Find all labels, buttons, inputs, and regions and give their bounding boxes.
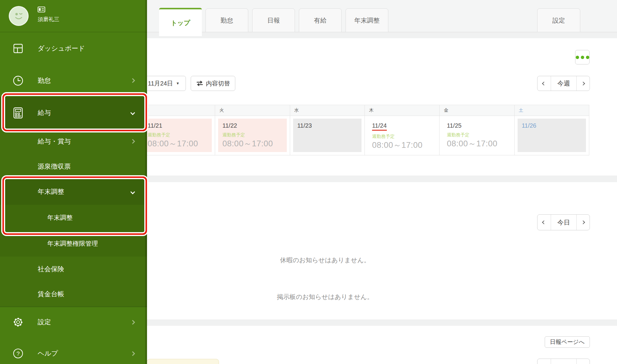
- sidebar-item-shakai-hoken[interactable]: 社会保険: [0, 257, 147, 282]
- sidebar-item-label: 勤怠: [38, 76, 51, 85]
- chevron-down-icon: [130, 110, 135, 115]
- sidebar-item-dashboard[interactable]: ダッシュボード: [0, 32, 147, 64]
- tab-yukyu[interactable]: 有給: [299, 8, 342, 32]
- sidebar: 須磨礼三 ダッシュボード 勤怠: [0, 0, 147, 364]
- sidebar-item-nenmatsu-parent[interactable]: 年末調整: [0, 179, 147, 205]
- dow-header: 水: [290, 105, 365, 116]
- week-nav: 今週: [537, 76, 590, 91]
- smiley-face-icon: [12, 9, 25, 23]
- sidebar-item-label: 年末調整: [47, 213, 73, 222]
- day-nav: 今日: [537, 214, 590, 230]
- chevron-down-icon: [130, 189, 135, 194]
- date-label: 11/23: [297, 122, 312, 129]
- tab-kintai[interactable]: 勤怠: [205, 8, 248, 32]
- sidebar-item-gensen[interactable]: 源泉徴収票: [0, 154, 147, 179]
- sidebar-item-kyuyo[interactable]: 給与: [0, 97, 147, 129]
- prev-button[interactable]: [537, 359, 551, 364]
- content-switch-button[interactable]: 内容切替: [191, 76, 235, 91]
- date-label: 11/22: [222, 122, 237, 129]
- shift-time: 08:00～17:00: [148, 138, 208, 149]
- tab-nenmatsu[interactable]: 年末調整: [346, 8, 388, 32]
- day-cell-today[interactable]: 11/24 週勤務予定 08:00～17:00: [365, 116, 440, 155]
- today-block: 11/24 週勤務予定 08:00～17:00: [368, 119, 436, 152]
- chevron-left-icon: [542, 82, 546, 86]
- next-week-button[interactable]: [576, 76, 590, 91]
- sidebar-item-label: 源泉徴収票: [38, 162, 71, 171]
- day-off-block: 11/23: [293, 119, 362, 152]
- next-button[interactable]: [576, 359, 590, 364]
- today-button[interactable]: 今日: [551, 215, 577, 230]
- dashboard-icon: [12, 42, 24, 54]
- date-picker-button[interactable]: 11月24日 ▼: [142, 76, 186, 91]
- shift-time: 08:00～17:00: [447, 138, 507, 149]
- label-button[interactable]: [551, 359, 577, 364]
- shift-label: 週勤務予定: [447, 132, 507, 138]
- sidebar-user-block[interactable]: 須磨礼三: [0, 0, 147, 32]
- date-label: 11月24日: [148, 79, 173, 88]
- sidebar-item-label: 社会保険: [38, 265, 64, 274]
- sidebar-item-label: 年末調整: [38, 187, 64, 196]
- today-date-label: 11/24: [372, 122, 387, 131]
- calendar-body-row: 11/21 週勤務予定 08:00～17:00 11/22 週勤務予定 08:0…: [140, 116, 589, 155]
- day-cell[interactable]: 11/25 週勤務予定 08:00～17:00: [440, 116, 514, 155]
- shift-label: 週勤務予定: [372, 134, 432, 139]
- shift-time: 08:00～17:00: [372, 140, 432, 151]
- sidebar-item-nenmatsu-kengen[interactable]: 年末調整権限管理: [0, 231, 147, 257]
- bottom-nav-cutoff: [537, 359, 590, 364]
- dow-header: 火: [215, 105, 290, 116]
- day-cell[interactable]: 11/21 週勤務予定 08:00～17:00: [140, 116, 215, 155]
- week-schedule-table: 月 火 水 木 金 土 11/21 週勤務予定 08:00～17:00 11/2…: [140, 105, 589, 155]
- date-label: 11/25: [447, 122, 462, 129]
- sidebar-item-settings[interactable]: 設定: [0, 306, 147, 338]
- next-day-button[interactable]: [576, 215, 590, 230]
- tab-settings[interactable]: 設定: [537, 8, 580, 32]
- sidebar-item-label: 給与・賞与: [38, 137, 71, 146]
- more-options-button[interactable]: [575, 50, 590, 64]
- shift-time: 08:00～17:00: [222, 138, 282, 149]
- sidebar-item-label: 給与: [38, 108, 51, 117]
- day-off-block: 11/26: [518, 119, 586, 152]
- content-switch-label: 内容切替: [206, 79, 230, 88]
- chevron-right-icon: [581, 220, 585, 224]
- avatar: [9, 6, 29, 26]
- work-day-block: 11/25 週勤務予定 08:00～17:00: [443, 119, 511, 152]
- saturday-date-label: 11/26: [522, 122, 537, 129]
- clock-icon: [12, 75, 24, 87]
- user-name: 須磨礼三: [38, 16, 59, 23]
- tab-nippo[interactable]: 日報: [252, 8, 295, 32]
- work-day-block: 11/21 週勤務予定 08:00～17:00: [143, 119, 212, 152]
- sidebar-item-kyuyo-shoyo[interactable]: 給与・賞与: [0, 129, 147, 154]
- prev-day-button[interactable]: [537, 215, 551, 230]
- day-cell[interactable]: 11/22 週勤務予定 08:00～17:00: [215, 116, 290, 155]
- prev-week-button[interactable]: [537, 76, 551, 91]
- daily-report-page-button[interactable]: 日報ページへ: [545, 336, 590, 348]
- daily-report-card-cutoff: [147, 359, 219, 364]
- chevron-left-icon: [542, 220, 546, 224]
- dow-header: 月: [140, 105, 215, 116]
- sidebar-item-help[interactable]: ? ヘルプ: [0, 338, 147, 364]
- work-day-block: 11/22 週勤務予定 08:00～17:00: [218, 119, 287, 152]
- sidebar-item-kintai[interactable]: 勤怠: [0, 64, 147, 97]
- this-week-button[interactable]: 今週: [551, 76, 577, 91]
- chevron-right-icon: [130, 320, 135, 325]
- sidebar-item-label: 賃金台帳: [38, 290, 64, 299]
- day-cell[interactable]: 11/23: [290, 116, 365, 155]
- board-notice-text: 掲示板のお知らせはありません。: [144, 293, 506, 301]
- id-card-icon: [38, 7, 45, 12]
- sidebar-item-nenmatsu-sub[interactable]: 年末調整: [0, 205, 147, 231]
- tab-top[interactable]: トップ: [159, 8, 202, 36]
- dow-header: 木: [365, 105, 440, 116]
- sidebar-item-label: 年末調整権限管理: [47, 239, 98, 248]
- day-cell-saturday[interactable]: 11/26: [515, 116, 589, 155]
- chevron-right-icon: [130, 351, 135, 356]
- help-icon: ?: [12, 347, 24, 359]
- sidebar-item-chingin-daicho[interactable]: 賃金台帳: [0, 282, 147, 306]
- sidebar-item-label: ヘルプ: [38, 349, 58, 358]
- date-label: 11/21: [148, 122, 162, 129]
- svg-text:?: ?: [17, 350, 20, 357]
- calculator-icon: [12, 107, 24, 119]
- shift-label: 週勤務予定: [222, 132, 282, 138]
- gear-icon: [12, 316, 24, 328]
- dow-header-saturday: 土: [515, 105, 589, 116]
- chevron-right-icon: [581, 82, 585, 86]
